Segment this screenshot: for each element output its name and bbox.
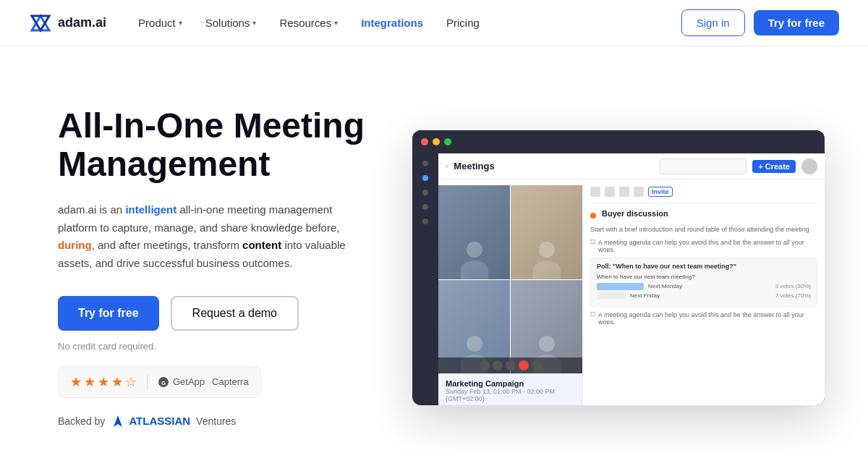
camera-button[interactable] — [493, 360, 503, 371]
poll-bar-monday — [597, 283, 644, 290]
svg-text:G: G — [161, 379, 166, 386]
nav-links: Product ▾ Solutions ▾ Resources ▾ Integr… — [129, 11, 488, 35]
person-head-3 — [467, 336, 482, 352]
nav-try-button[interactable]: Try for free — [754, 10, 839, 35]
sidebar-icon-4 — [422, 204, 428, 210]
poll-bar-friday — [597, 292, 626, 300]
sidebar-icon-5 — [422, 219, 428, 224]
poll-votes-friday: 7 votes (70%) — [775, 292, 811, 299]
poll-question: When to have our next team meeting? — [597, 274, 811, 280]
app-sidebar — [412, 153, 438, 405]
meetings-title: Meetings — [454, 161, 494, 172]
app-body: › Meetings + Create — [412, 153, 825, 405]
star-half: ☆ — [125, 374, 137, 390]
no-credit-card-text: No credit card required. — [58, 341, 369, 352]
app-mockup: › Meetings + Create — [412, 130, 825, 405]
video-grid — [438, 185, 582, 373]
star-rating: ★ ★ ★ ★ ☆ — [70, 374, 137, 390]
agenda-item: ☐ A meeting agenda can help you avoid th… — [590, 239, 817, 253]
star-1: ★ — [70, 374, 82, 390]
hero-description: adam.ai is an intelligent all-in-one mee… — [58, 201, 369, 273]
nav-item-solutions[interactable]: Solutions ▾ — [197, 11, 265, 35]
request-demo-button[interactable]: Request a demo — [171, 296, 299, 331]
meeting-name: Marketing Campaign — [446, 379, 575, 388]
poll-title: Poll: "When to have our next team meetin… — [597, 263, 811, 270]
poll-votes-monday: 3 votes (30%) — [775, 283, 811, 289]
agenda-text: A meeting agenda can help you avoid this… — [598, 239, 817, 253]
star-4: ★ — [111, 374, 123, 390]
bullet-icon — [590, 213, 596, 219]
sidebar-icon-2 — [422, 175, 428, 181]
video-cell-2 — [511, 185, 582, 279]
meeting-list-item[interactable]: Marketing Campaign Sunday Feb 13, 01:00 … — [438, 373, 582, 405]
meetings-list: Marketing Campaign Sunday Feb 13, 01:00 … — [438, 179, 583, 405]
create-button[interactable]: + Create — [752, 160, 796, 173]
poll-label-monday: Next Monday — [648, 283, 682, 289]
logo-icon — [29, 13, 52, 33]
highlight-intelligent: intelligent — [125, 203, 176, 216]
chevron-down-icon: ▾ — [179, 19, 182, 27]
hero-left: All-In-One Meeting Management adam.ai is… — [58, 107, 369, 428]
meeting-detail: Invite Buyer discussion Start with a bri… — [583, 179, 825, 405]
logo-text: adam.ai — [58, 15, 106, 30]
app-content: Marketing Campaign Sunday Feb 13, 01:00 … — [438, 179, 825, 405]
checkbox-icon: ☐ — [590, 239, 595, 245]
star-3: ★ — [98, 374, 109, 390]
video-cell-1 — [438, 185, 510, 279]
chevron-down-icon: ▾ — [334, 19, 338, 27]
section-header: Buyer discussion — [590, 209, 817, 222]
person-body-1 — [461, 261, 488, 279]
buyer-discussion-title: Buyer discussion — [602, 209, 668, 218]
hero-title: All-In-One Meeting Management — [58, 107, 369, 184]
poll-option-1: Next Monday 3 votes (30%) — [597, 283, 811, 290]
sidebar-icon-1 — [422, 161, 428, 166]
svg-marker-1 — [32, 16, 49, 30]
nav-item-integrations[interactable]: Integrations — [352, 11, 432, 35]
highlight-content: content — [242, 239, 281, 251]
toolbar-icon-3 — [619, 187, 629, 197]
person-head-1 — [467, 242, 482, 258]
signin-button[interactable]: Sign in — [681, 9, 745, 36]
getapp-badge: G GetApp — [158, 376, 205, 388]
nav-item-product[interactable]: Product ▾ — [129, 11, 191, 35]
getapp-icon: G — [158, 376, 169, 388]
detail-toolbar: Invite — [590, 187, 817, 203]
star-2: ★ — [84, 374, 95, 390]
agenda-text-2: A meeting agenda can help you avoid this… — [598, 311, 817, 326]
nav-item-resources[interactable]: Resources ▾ — [271, 11, 346, 35]
poll-option-2: Next Friday 7 votes (70%) — [597, 292, 811, 300]
end-call-button[interactable] — [519, 360, 529, 371]
window-minimize-dot — [433, 138, 440, 145]
hero-right: › Meetings + Create — [412, 130, 825, 405]
svg-marker-0 — [32, 16, 49, 30]
capterra-label: Capterra — [212, 376, 249, 387]
meeting-time: Sunday Feb 13, 01:00 PM - 02:00 PM (GMT+… — [446, 388, 575, 402]
app-search-bar[interactable] — [660, 158, 746, 174]
hero-buttons: Try for free Request a demo — [58, 296, 369, 331]
poll-label-friday: Next Friday — [630, 292, 660, 299]
highlight-during: during — [58, 239, 92, 251]
try-for-free-button[interactable]: Try for free — [58, 296, 159, 331]
navbar: adam.ai Product ▾ Solutions ▾ Resources … — [0, 0, 868, 46]
user-avatar — [801, 158, 817, 174]
window-maximize-dot — [444, 138, 451, 145]
toolbar-icon-2 — [605, 187, 615, 197]
backed-by: Backed by ATLASSIAN Ventures — [58, 414, 369, 428]
logo[interactable]: adam.ai — [29, 13, 106, 33]
svg-marker-4 — [114, 415, 122, 427]
mute-button[interactable] — [480, 360, 490, 371]
person-body-2 — [533, 261, 561, 279]
app-topbar: › Meetings + Create — [438, 153, 825, 179]
poll-box: Poll: "When to have our next team meetin… — [590, 258, 817, 307]
sidebar-icon-3 — [422, 190, 428, 195]
share-button[interactable] — [506, 360, 516, 371]
window-close-dot — [421, 138, 428, 145]
person-head-4 — [539, 336, 555, 352]
toolbar-icon-1 — [590, 187, 600, 197]
atlassian-icon — [111, 414, 125, 428]
more-button[interactable] — [532, 360, 542, 371]
invite-button[interactable]: Invite — [648, 187, 673, 197]
nav-right: Sign in Try for free — [681, 9, 839, 36]
nav-item-pricing[interactable]: Pricing — [438, 11, 488, 35]
ratings-divider — [147, 375, 148, 389]
